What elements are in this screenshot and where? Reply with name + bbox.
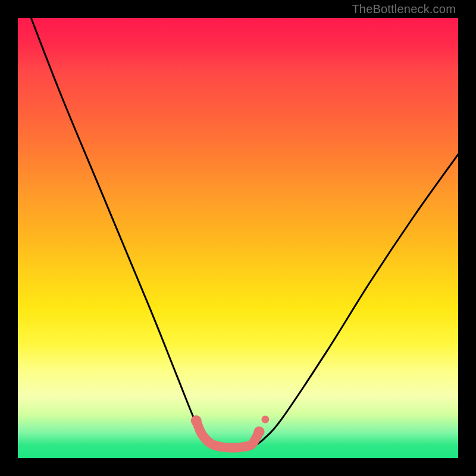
- chart-frame: TheBottleneck.com: [0, 0, 476, 476]
- highlight-endpoint: [191, 415, 202, 426]
- chart-svg: [18, 18, 458, 458]
- highlight-segment: [196, 421, 259, 447]
- bottleneck-curve: [31, 18, 458, 448]
- plot-area: [18, 18, 458, 458]
- highlight-endpoint: [254, 427, 265, 437]
- highlight-extra-dot: [261, 415, 269, 423]
- watermark-text: TheBottleneck.com: [352, 2, 456, 16]
